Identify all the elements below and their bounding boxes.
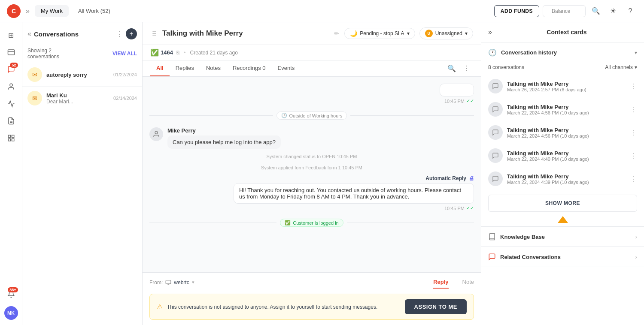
hist-more-icon-5[interactable]: ⋮: [630, 175, 637, 183]
search-icon[interactable]: 🔍: [589, 4, 603, 18]
search-chat-icon[interactable]: 🔍: [444, 61, 459, 76]
conversations-header: « Conversations ⋮ +: [22, 22, 142, 44]
conv-item-name-2: Mari Ku: [46, 92, 109, 99]
auto-reply-check-icon: ✓✓: [466, 205, 474, 211]
grid-icon[interactable]: ⊞: [3, 27, 19, 43]
history-icon: 🕐: [488, 48, 497, 57]
clock-icon: 🕐: [281, 113, 287, 118]
auto-reply-icon: 🖨: [469, 175, 474, 181]
knowledge-base-chevron-icon: ›: [635, 233, 637, 240]
notification-icon[interactable]: 88+: [3, 286, 19, 302]
knowledge-base-row[interactable]: Knowledge Base ›: [481, 227, 644, 247]
hist-info-2: Talking with Mike Perry March 22, 2024 4…: [507, 104, 626, 115]
assign-badge[interactable]: U Unassigned ▾: [419, 27, 473, 39]
conv-history-filter[interactable]: All channels ▾: [605, 64, 637, 70]
conversations-more-icon[interactable]: ⋮: [116, 30, 123, 38]
conversations-list: ✉ autoreply sorry 01/22/2024 ✉ Mari Ku D…: [22, 63, 142, 325]
status-chevron-icon: ▾: [407, 30, 410, 36]
hist-more-icon-3[interactable]: ⋮: [630, 129, 637, 137]
conv-item-2[interactable]: ✉ Mari Ku Dear Mari... 02/14/2024: [22, 87, 142, 110]
my-work-tab[interactable]: My Work: [35, 5, 69, 17]
conversations-title: Conversations: [34, 30, 114, 38]
edit-title-icon[interactable]: ✏: [334, 30, 339, 37]
from-label: From:: [149, 280, 163, 286]
from-chevron-icon[interactable]: ▾: [192, 280, 194, 285]
reply-tabs: From: webrtc ▾ Reply Note: [143, 273, 481, 289]
more-chat-icon[interactable]: ⋮: [459, 61, 473, 76]
copy-icon[interactable]: ⎘: [176, 50, 179, 56]
panel-expand-icon[interactable]: »: [488, 28, 492, 36]
svg-rect-5: [12, 135, 14, 137]
hist-item-2[interactable]: Talking with Mike Perry March 22, 2024 4…: [481, 98, 644, 121]
hist-item-4[interactable]: Talking with Mike Perry March 22, 2024 4…: [481, 144, 644, 167]
conv-item-1[interactable]: ✉ autoreply sorry 01/22/2024: [22, 63, 142, 87]
settings-icon[interactable]: [3, 130, 19, 146]
assign-to-me-button[interactable]: ASSIGN TO ME: [405, 299, 467, 314]
hist-date-2: March 22, 2024 4:56 PM (10 days ago): [507, 110, 626, 115]
related-conversations-section: Related Conversations ›: [481, 247, 644, 267]
hist-more-icon-2[interactable]: ⋮: [630, 105, 637, 114]
chat-area: Talking with Mike Perry ✏ 🌙 Pending - st…: [143, 22, 481, 325]
divider-line-right: [350, 115, 474, 116]
conv-history-title: Conversation history: [501, 49, 630, 56]
svg-rect-4: [8, 135, 10, 137]
help-icon[interactable]: ?: [623, 4, 637, 18]
context-cards-title: Context cards: [496, 29, 637, 36]
show-more-button[interactable]: SHOW MORE: [488, 195, 637, 212]
conv-item-preview-2: Dear Mari...: [46, 99, 109, 105]
related-conversations-row[interactable]: Related Conversations ›: [481, 247, 644, 267]
tab-recordings[interactable]: Recordings 0: [227, 60, 272, 76]
conversations-meta: Showing 2conversations VIEW ALL: [22, 44, 142, 63]
back-icon[interactable]: «: [27, 30, 31, 38]
inbox-icon[interactable]: [3, 45, 19, 60]
user-avatar[interactable]: MK: [4, 306, 18, 320]
hist-name-4: Talking with Mike Perry: [507, 150, 626, 156]
conv-item-info-1: autoreply sorry: [46, 72, 109, 78]
view-all-link[interactable]: VIEW ALL: [112, 51, 137, 57]
conv-history-count: 8 conversations: [488, 64, 524, 70]
hist-info-5: Talking with Mike Perry March 22, 2024 4…: [507, 173, 626, 185]
add-funds-button[interactable]: ADD FUNDS: [494, 5, 539, 17]
analytics-icon[interactable]: [3, 96, 19, 111]
from-value[interactable]: webrtc: [174, 280, 189, 286]
contacts-icon[interactable]: [3, 79, 19, 94]
logged-in-divider: ✅ Customer is logged in: [149, 219, 474, 227]
hist-item-1[interactable]: Talking with Mike Perry March 26, 2024 2…: [481, 75, 644, 98]
settings-icon[interactable]: ☀: [606, 4, 620, 18]
notif-badge: 88+: [8, 287, 18, 292]
note-tab[interactable]: Note: [462, 276, 474, 289]
add-conversation-button[interactable]: +: [126, 28, 137, 39]
reports-icon[interactable]: [3, 113, 19, 129]
svg-point-1: [10, 84, 12, 86]
tab-notes[interactable]: Notes: [200, 60, 227, 76]
logged-divider-line-right: [347, 223, 474, 223]
hist-more-icon-1[interactable]: ⋮: [630, 82, 637, 90]
nav-expand-icon[interactable]: »: [26, 7, 30, 15]
status-badge[interactable]: 🌙 Pending - stop SLA ▾: [344, 28, 415, 39]
main-layout: ⊞ 52 88+ MK « Conv: [0, 22, 644, 325]
conv-item-icon-1: ✉: [27, 67, 42, 82]
conv-history-header[interactable]: 🕐 Conversation history ▾: [481, 42, 644, 63]
svg-rect-15: [166, 280, 171, 283]
filter-label: All channels: [605, 64, 633, 70]
outgoing-time-top: 10:45 PM ✓✓: [444, 98, 474, 104]
hist-name-1: Talking with Mike Perry: [507, 81, 626, 87]
hist-more-icon-4[interactable]: ⋮: [630, 152, 637, 160]
tab-events[interactable]: Events: [272, 60, 301, 76]
tab-all[interactable]: All: [150, 60, 170, 76]
hist-item-3[interactable]: Talking with Mike Perry March 22, 2024 4…: [481, 121, 644, 144]
hist-info-1: Talking with Mike Perry March 26, 2024 2…: [507, 81, 626, 92]
hist-item-5[interactable]: Talking with Mike Perry March 22, 2024 4…: [481, 167, 644, 190]
balance-display: Balance: [543, 5, 586, 17]
all-work-tab[interactable]: All Work (52): [72, 5, 116, 17]
history-chevron-icon[interactable]: ▾: [635, 50, 637, 56]
related-conv-title: Related Conversations: [500, 254, 631, 260]
hist-date-1: March 26, 2024 2:57 PM (6 days ago): [507, 87, 626, 92]
tab-replies[interactable]: Replies: [170, 60, 200, 76]
chat-icon[interactable]: 52: [3, 62, 19, 77]
reply-tab[interactable]: Reply: [433, 276, 448, 289]
svg-rect-6: [12, 139, 14, 141]
assign-notice: ⚠ This conversation is not assigned to a…: [149, 294, 474, 320]
hist-avatar-2: [488, 102, 503, 117]
auto-reply-time-text: 10:45 PM: [444, 206, 465, 211]
